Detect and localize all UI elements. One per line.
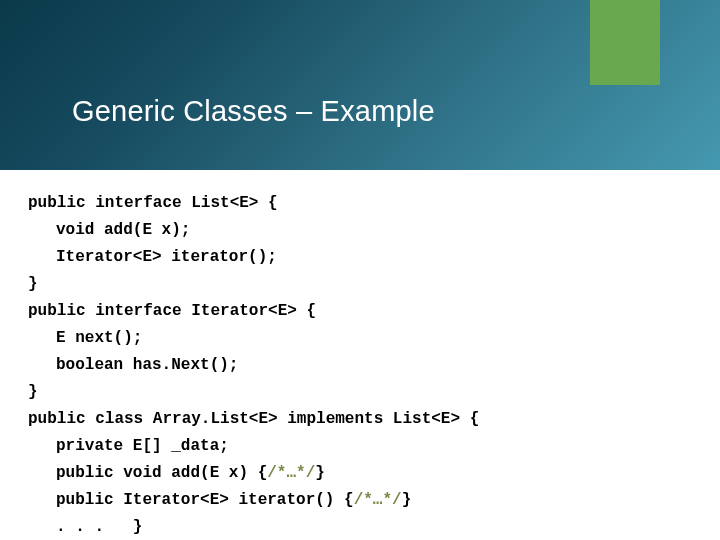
- code-line: Iterator<E> iterator();: [56, 248, 277, 266]
- code-line: private E[] _data;: [56, 437, 229, 455]
- corner-accent: [590, 0, 660, 85]
- code-line: boolean has.Next();: [56, 356, 238, 374]
- title-banner: Generic Classes – Example: [0, 0, 720, 170]
- code-line: public Iterator<E> iterator() {: [56, 491, 354, 509]
- slide-title: Generic Classes – Example: [72, 95, 435, 128]
- code-line: }: [402, 491, 412, 509]
- code-comment: /*…*/: [354, 491, 402, 509]
- code-comment: /*…*/: [267, 464, 315, 482]
- code-line: }: [28, 383, 38, 401]
- slide: Generic Classes – Example public interfa…: [0, 0, 720, 540]
- code-line: . . . }: [56, 518, 142, 536]
- code-block: public interface List<E> { void add(E x)…: [28, 190, 692, 540]
- code-line: }: [28, 275, 38, 293]
- code-line: public class Array.List<E> implements Li…: [28, 410, 479, 428]
- code-line: public interface List<E> {: [28, 194, 278, 212]
- code-line: public interface Iterator<E> {: [28, 302, 316, 320]
- code-line: }: [315, 464, 325, 482]
- code-line: public void add(E x) {: [56, 464, 267, 482]
- code-line: E next();: [56, 329, 142, 347]
- code-line: void add(E x);: [56, 221, 190, 239]
